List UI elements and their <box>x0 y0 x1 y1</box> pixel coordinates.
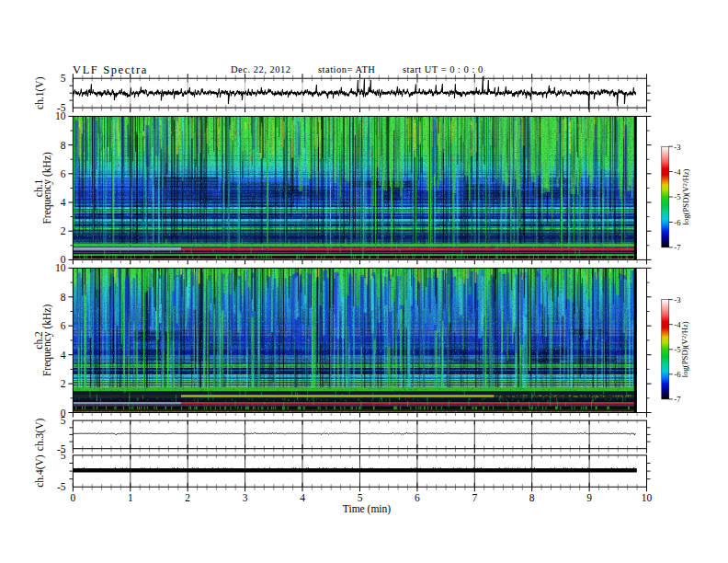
svg-text:Frequency (kHz): Frequency (kHz) <box>42 304 54 376</box>
svg-text:5: 5 <box>61 73 66 84</box>
svg-text:-5: -5 <box>674 345 680 354</box>
svg-text:8: 8 <box>61 140 66 151</box>
svg-text:8: 8 <box>529 492 535 503</box>
svg-text:ch.1(V): ch.1(V) <box>34 76 46 109</box>
svg-text:2: 2 <box>185 492 190 503</box>
svg-text:5: 5 <box>358 492 363 503</box>
svg-text:2: 2 <box>61 378 66 389</box>
svg-text:5: 5 <box>61 450 66 461</box>
svg-text:-5: -5 <box>674 192 680 201</box>
svg-text:Time (min): Time (min) <box>343 503 391 515</box>
svg-text:6: 6 <box>415 492 420 503</box>
svg-text:-7: -7 <box>674 243 681 252</box>
svg-text:10: 10 <box>55 110 66 121</box>
svg-text:8: 8 <box>61 292 66 303</box>
svg-text:-3: -3 <box>674 295 680 304</box>
svg-text:10: 10 <box>642 492 653 503</box>
svg-text:Frequency (kHz): Frequency (kHz) <box>42 152 54 224</box>
svg-text:ch.4(V): ch.4(V) <box>34 454 46 488</box>
svg-text:Dec. 22, 2012: Dec. 22, 2012 <box>231 64 290 75</box>
svg-text:4: 4 <box>300 492 305 503</box>
svg-text:9: 9 <box>586 492 592 503</box>
svg-text:6: 6 <box>61 320 66 331</box>
svg-text:4: 4 <box>61 350 66 361</box>
svg-text:10: 10 <box>55 262 66 273</box>
svg-text:-5: -5 <box>57 481 66 492</box>
svg-text:ch.3(V): ch.3(V) <box>34 419 46 452</box>
svg-text:1: 1 <box>128 492 133 503</box>
svg-text:log(PSD)(V2/Hz): log(PSD)(V2/Hz) <box>680 168 689 224</box>
svg-text:start UT = 0 : 0 : 0: start UT = 0 : 0 : 0 <box>403 64 483 75</box>
svg-text:6: 6 <box>61 168 66 179</box>
svg-text:-3: -3 <box>674 143 680 152</box>
svg-text:station= ATH: station= ATH <box>318 64 375 75</box>
svg-text:4: 4 <box>61 197 66 208</box>
svg-text:VLF Spectra: VLF Spectra <box>73 63 148 76</box>
svg-text:3: 3 <box>243 492 248 503</box>
svg-text:-7: -7 <box>674 395 681 404</box>
svg-text:0: 0 <box>71 492 76 503</box>
svg-text:5: 5 <box>61 415 66 426</box>
svg-text:2: 2 <box>61 225 66 236</box>
svg-text:log(PSD)(V2/Hz): log(PSD)(V2/Hz) <box>680 321 689 377</box>
svg-text:7: 7 <box>472 492 477 503</box>
